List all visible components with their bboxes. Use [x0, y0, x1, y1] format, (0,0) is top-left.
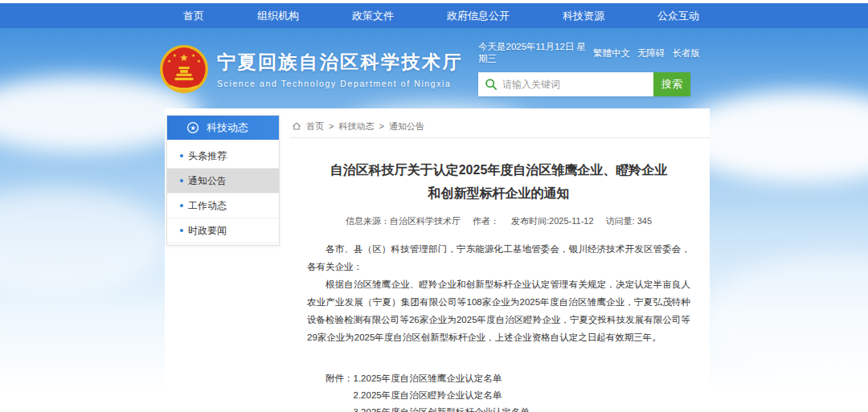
sidebar-item-label: 时政要闻: [188, 224, 227, 238]
attachment-link-2[interactable]: 2.2025年度自治区瞪羚企业认定名单: [354, 387, 530, 404]
article-meta: 信息来源：自治区科学技术厅 作者： 发布时间:2025-11-12 访问量: 3…: [307, 215, 690, 227]
breadcrumb-separator: >: [379, 121, 383, 131]
nav-item-home[interactable]: 首页: [183, 9, 204, 23]
nav-item-gov-info-disclosure[interactable]: 政府信息公开: [447, 9, 510, 23]
nav-item-tech-resources[interactable]: 科技资源: [563, 9, 604, 23]
site-logo-link[interactable]: ★ ★ ★ ★ ★ 宁夏回族自治区科学技术厅 Science and Techn…: [159, 44, 463, 94]
breadcrumb-level1[interactable]: 科技动态: [338, 120, 374, 133]
article: 自治区科技厅关于认定2025年度自治区雏鹰企业、瞪羚企业 和创新型标杆企业的通知…: [289, 158, 710, 412]
header-top-row: 今天是2025年11月12日 星期三 繁體中文 无障碍 长者版: [478, 41, 700, 65]
top-navigation-items: 首页 组织机构 政策文件 政府信息公开 科技资源 公众互动: [183, 9, 699, 23]
breadcrumb-separator: >: [329, 121, 334, 131]
sidebar-item-label: 工作动态: [188, 199, 227, 213]
sidebar-item-2[interactable]: 工作动态: [167, 194, 279, 218]
search-input-wrap: [478, 72, 653, 96]
article-title: 自治区科技厅关于认定2025年度自治区雏鹰企业、瞪羚企业 和创新型标杆企业的通知: [307, 158, 690, 205]
main-content-wrapper: ★ 科技动态 头条推荐 通知公告 工作动态 时政要闻: [165, 108, 710, 412]
site-title: 宁夏回族自治区科学技术厅: [217, 50, 463, 75]
bullet-dot-icon: [180, 204, 183, 207]
link-accessibility[interactable]: 无障碍: [637, 47, 665, 59]
article-body: 各市、县（区）科技管理部门，宁东能源化工基地管委会，银川经济技术开发区管委会，各…: [307, 240, 690, 346]
sidebar-item-label: 通知公告: [188, 174, 227, 188]
article-title-line1: 自治区科技厅关于认定2025年度自治区雏鹰企业、瞪羚企业: [330, 163, 668, 177]
nav-item-organization[interactable]: 组织机构: [257, 9, 299, 23]
attachment-link-3[interactable]: 3.2025年度自治区创新型标杆企业认定名单: [354, 404, 530, 412]
bullet-dot-icon: [180, 154, 183, 157]
attachments-block: 附件： 1.2025年度自治区雏鹰企业认定名单 2.2025年度自治区瞪羚企业认…: [326, 370, 690, 412]
bullet-dot-icon: [180, 229, 183, 232]
svg-text:★: ★: [179, 51, 188, 63]
breadcrumb-level2-current: 通知公告: [389, 120, 424, 133]
search-button[interactable]: 搜索: [653, 72, 690, 96]
article-paragraph: 根据自治区雏鹰企业、瞪羚企业和创新型标杆企业认定管理有关规定，决定认定半亩良人农…: [307, 275, 690, 346]
link-traditional-chinese[interactable]: 繁體中文: [593, 47, 630, 59]
cloud-decoration: [0, 189, 169, 293]
meta-author: 作者：: [473, 216, 499, 226]
content-column: 首页 > 科技动态 > 通知公告 自治区科技厅关于认定2025年度自治区雏鹰企业…: [289, 115, 710, 412]
site-subtitle: Science and Technology Department of Nin…: [217, 79, 463, 88]
link-senior-version[interactable]: 长者版: [673, 47, 701, 59]
breadcrumb-home[interactable]: 首页: [306, 120, 324, 133]
bullet-dot-icon: [180, 179, 183, 182]
sidebar-item-0[interactable]: 头条推荐: [167, 144, 279, 169]
meta-publish-date: 发布时间:2025-11-12: [511, 216, 594, 226]
svg-text:★: ★: [190, 124, 195, 132]
search-icon: [485, 78, 497, 91]
quick-links: 繁體中文 无障碍 长者版: [593, 47, 700, 59]
search-input[interactable]: [478, 72, 653, 96]
nav-item-public-interaction[interactable]: 公众互动: [657, 9, 699, 23]
attachments-label: 附件：: [326, 370, 354, 412]
sidebar: ★ 科技动态 头条推荐 通知公告 工作动态 时政要闻: [166, 115, 280, 246]
sidebar-item-1[interactable]: 通知公告: [167, 169, 279, 194]
sidebar-item-3[interactable]: 时政要闻: [167, 218, 279, 243]
nav-item-policy-documents[interactable]: 政策文件: [352, 9, 394, 23]
site-title-block: 宁夏回族自治区科学技术厅 Science and Technology Depa…: [217, 50, 463, 88]
breadcrumb: 首页 > 科技动态 > 通知公告: [289, 115, 710, 138]
svg-text:★: ★: [191, 53, 195, 58]
meta-source: 信息来源：自治区科学技术厅: [346, 216, 461, 226]
site-header: ★ ★ ★ ★ ★ 宁夏回族自治区科学技术厅 Science and Techn…: [0, 28, 868, 108]
current-date-text: 今天是2025年11月12日 星期三: [478, 41, 593, 65]
svg-text:★: ★: [167, 59, 171, 63]
article-title-line2: 和创新型标杆企业的通知: [428, 186, 570, 200]
sidebar-item-label: 头条推荐: [188, 149, 227, 163]
attachment-link-1[interactable]: 1.2025年度自治区雏鹰企业认定名单: [354, 370, 530, 387]
search-bar: 搜索: [478, 72, 690, 96]
article-paragraph: 各市、县（区）科技管理部门，宁东能源化工基地管委会，银川经济技术开发区管委会，各…: [307, 240, 690, 275]
sidebar-header: ★ 科技动态: [167, 116, 279, 140]
circle-star-icon: ★: [186, 121, 199, 134]
attachments-list: 1.2025年度自治区雏鹰企业认定名单 2.2025年度自治区瞪羚企业认定名单 …: [354, 370, 530, 412]
top-navigation-bar: 首页 组织机构 政策文件 政府信息公开 科技资源 公众互动: [0, 3, 868, 28]
header-right-panel: 今天是2025年11月12日 星期三 繁體中文 无障碍 长者版 搜索: [478, 41, 700, 96]
cloud-decoration: [707, 253, 868, 381]
sidebar-title: 科技动态: [207, 120, 248, 135]
svg-text:★: ★: [197, 59, 201, 63]
svg-text:★: ★: [173, 53, 177, 58]
home-icon: [292, 121, 301, 131]
sidebar-list: 头条推荐 通知公告 工作动态 时政要闻: [167, 140, 279, 245]
national-emblem-icon: ★ ★ ★ ★ ★: [159, 44, 209, 94]
meta-views-count: 访问量: 345: [606, 216, 652, 226]
